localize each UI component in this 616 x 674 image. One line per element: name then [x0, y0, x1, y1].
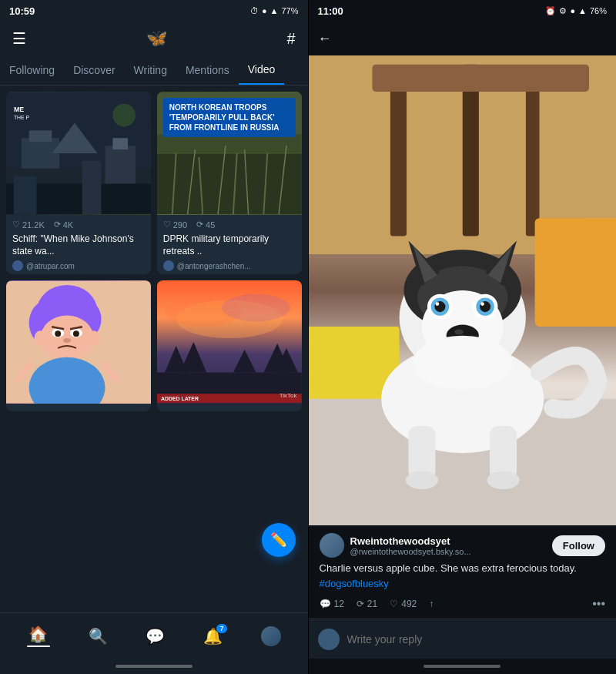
bluesky-logo: 🦋: [146, 29, 167, 49]
video-stats-2: ♡ 290 ⟳ 45: [163, 220, 296, 230]
post-author-name: Rweintothewoodsyet: [350, 535, 471, 547]
svg-rect-6: [112, 138, 128, 149]
like-action[interactable]: ♡ 492: [390, 599, 417, 609]
svg-rect-58: [390, 73, 406, 236]
post-author-left: Rweintothewoodsyet @rweintothewoodsyet.b…: [320, 533, 471, 558]
tab-discover[interactable]: Discover: [64, 56, 124, 84]
home-bar-right: [424, 665, 500, 668]
thumb-bg-2: NORTH KOREAN TROOPS 'TEMPORARILY PULL BA…: [157, 92, 302, 215]
messages-icon: 💬: [146, 627, 165, 645]
signal-icon: ▲: [270, 6, 279, 15]
svg-point-31: [40, 316, 93, 361]
tiktok-badge: TikTok: [280, 392, 297, 399]
video-card-3[interactable]: [6, 280, 151, 411]
more-action[interactable]: •••: [592, 597, 605, 611]
battery-left: 77%: [281, 6, 298, 15]
settings-icon: ⚙: [559, 6, 567, 16]
back-button[interactable]: ←: [318, 31, 332, 47]
video-title-2: DPRK military temporarily retreats ..: [163, 233, 296, 257]
follow-button[interactable]: Follow: [552, 535, 605, 556]
video-card-2[interactable]: NORTH KOREAN TROOPS 'TEMPORARILY PULL BA…: [157, 92, 302, 274]
svg-point-39: [35, 330, 47, 346]
nav-notifications[interactable]: 🔔 7: [203, 627, 223, 645]
svg-point-34: [55, 330, 61, 337]
reply-action[interactable]: 💬 12: [320, 599, 344, 609]
svg-text:ME: ME: [14, 106, 24, 113]
author-avatar-2: [163, 260, 174, 271]
nav-search[interactable]: 🔍: [89, 627, 108, 645]
time-left: 10:59: [9, 5, 35, 17]
video-meta-4: [157, 404, 302, 411]
reposts-2: ⟳ 45: [196, 220, 215, 230]
news-overlay-2: NORTH KOREAN TROOPS 'TEMPORARILY PULL BA…: [163, 98, 296, 140]
svg-point-10: [112, 104, 136, 127]
notification-badge: 7: [216, 624, 227, 633]
compose-fab[interactable]: ✏️: [262, 523, 296, 557]
thumb-bg-4: ADDED LATER TikTok: [157, 280, 302, 404]
reply-input[interactable]: [347, 633, 608, 645]
tab-writing[interactable]: Writing: [125, 56, 176, 84]
repost-icon-2: ⟳: [196, 220, 203, 230]
menu-icon[interactable]: ☰: [12, 29, 26, 48]
reply-avatar: [318, 629, 340, 650]
thumb-bg-3: [6, 280, 151, 404]
left-panel: 10:59 ⏱ ● ▲ 77% ☰ 🦋 # Following Discover…: [0, 0, 308, 674]
search-icon: 🔍: [89, 627, 108, 645]
repost-action[interactable]: ⟳ 21: [357, 599, 377, 609]
hashtag-icon[interactable]: #: [286, 30, 295, 48]
status-icons-right: ⏰ ⚙ ● ▲ 76%: [545, 6, 607, 16]
video-main[interactable]: [309, 55, 617, 525]
tabs-bar: Following Discover Writing Mentions Vide…: [0, 55, 308, 86]
svg-text:ADDED LATER: ADDED LATER: [161, 396, 199, 401]
share-icon: ↑: [429, 599, 434, 609]
svg-rect-60: [525, 82, 539, 236]
heart-icon-1: ♡: [12, 220, 20, 230]
tab-mentions[interactable]: Mentions: [176, 56, 239, 84]
video-title-1: Schiff: "When Mike Johnson's state wa...: [12, 233, 145, 257]
svg-text:THE P: THE P: [14, 115, 30, 120]
home-indicator-right: [309, 659, 617, 674]
svg-rect-9: [82, 161, 102, 214]
bottom-nav: 🏠 🔍 💬 🔔 7: [0, 612, 308, 659]
post-author-handle: @rweintothewoodsyet.bsky.so...: [350, 547, 471, 556]
time-right: 11:00: [318, 5, 343, 17]
news-text-2: NORTH KOREAN TROOPS 'TEMPORARILY PULL BA…: [169, 102, 290, 132]
reply-bar: [309, 619, 617, 659]
video-card-1[interactable]: ME THE P ♡ 21.2K ⟳ 4K: [6, 92, 151, 274]
video-thumb-1: ME THE P: [6, 92, 151, 215]
svg-point-40: [88, 330, 100, 346]
video-author-1: @atrupar.com: [12, 260, 145, 271]
reply-icon: 💬: [320, 599, 331, 609]
user-avatar-nav: [261, 626, 281, 646]
svg-point-47: [222, 294, 290, 322]
timer-icon: ⏱: [250, 6, 259, 15]
video-meta-1: ♡ 21.2K ⟳ 4K Schiff: "When Mike Johnson'…: [6, 215, 151, 274]
author-avatar-1: [12, 260, 23, 271]
nav-profile[interactable]: [261, 626, 281, 646]
svg-rect-2: [29, 130, 52, 142]
wifi-icon: ●: [262, 6, 267, 15]
nav-messages[interactable]: 💬: [146, 627, 165, 645]
heart-icon-2: ♡: [163, 220, 171, 230]
status-bar-left: 10:59 ⏱ ● ▲ 77%: [0, 0, 308, 22]
nav-home[interactable]: 🏠: [27, 625, 50, 647]
video-grid-wrapper: ME THE P ♡ 21.2K ⟳ 4K: [0, 86, 308, 612]
post-hashtag[interactable]: #dogsofbluesky: [320, 578, 389, 589]
tab-following[interactable]: Following: [0, 56, 64, 84]
nav-underline: [27, 645, 50, 647]
post-info: Rweintothewoodsyet @rweintothewoodsyet.b…: [309, 525, 617, 619]
left-home-bar: [116, 665, 192, 668]
tab-video[interactable]: Video: [239, 55, 285, 85]
post-actions: 💬 12 ⟳ 21 ♡ 492 ↑ •••: [320, 597, 606, 611]
svg-point-88: [487, 471, 519, 489]
share-action[interactable]: ↑: [429, 599, 434, 609]
post-author-row: Rweintothewoodsyet @rweintothewoodsyet.b…: [320, 533, 606, 558]
svg-rect-61: [372, 65, 589, 92]
wifi-icon-right: ●: [570, 6, 575, 15]
svg-point-77: [480, 302, 484, 306]
left-home-indicator: [0, 659, 308, 674]
thumb-bg-1: ME THE P: [6, 92, 151, 215]
svg-point-79: [454, 329, 464, 334]
video-thumb-3: [6, 280, 151, 404]
video-card-4[interactable]: ADDED LATER TikTok: [157, 280, 302, 411]
